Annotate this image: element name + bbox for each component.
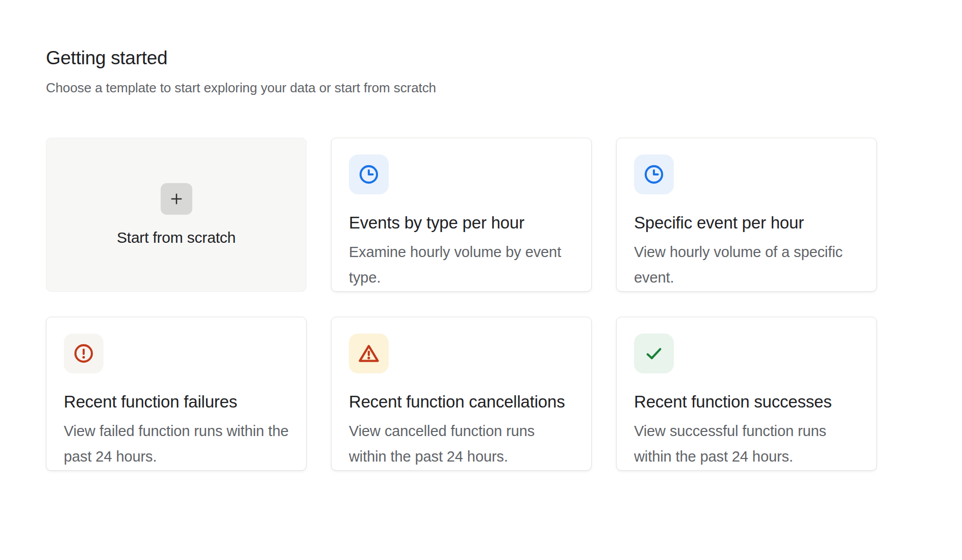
card-title: Events by type per hour (349, 213, 574, 233)
start-from-scratch-label: Start from scratch (117, 229, 236, 246)
check-icon (634, 334, 674, 373)
card-description: View successful function runs within the… (634, 418, 859, 470)
page-title: Getting started (46, 47, 962, 69)
card-description: View hourly volume of a specific event. (634, 239, 859, 291)
card-title: Recent function cancellations (349, 392, 574, 412)
template-card-grid: Start from scratch Events by type per ho… (46, 138, 962, 471)
card-description: View failed function runs within the pas… (64, 418, 289, 470)
alert-triangle-icon (349, 334, 389, 373)
card-start-from-scratch[interactable]: Start from scratch (46, 138, 307, 292)
card-events-by-type-per-hour[interactable]: Events by type per hour Examine hourly v… (331, 138, 592, 292)
page-subtitle: Choose a template to start exploring you… (46, 80, 962, 97)
card-title: Recent function successes (634, 392, 859, 412)
plus-icon (161, 183, 192, 215)
getting-started-page: Getting started Choose a template to sta… (0, 0, 962, 471)
card-recent-function-successes[interactable]: Recent function successes View successfu… (616, 317, 877, 471)
card-description: View cancelled function runs within the … (349, 418, 574, 470)
alert-circle-icon (64, 334, 104, 373)
card-specific-event-per-hour[interactable]: Specific event per hour View hourly volu… (616, 138, 877, 292)
card-title: Recent function failures (64, 392, 289, 412)
card-recent-function-cancellations[interactable]: Recent function cancellations View cance… (331, 317, 592, 471)
clock-icon (349, 155, 389, 194)
card-title: Specific event per hour (634, 213, 859, 233)
card-description: Examine hourly volume by event type. (349, 239, 574, 291)
clock-icon (634, 155, 674, 194)
card-recent-function-failures[interactable]: Recent function failures View failed fun… (46, 317, 307, 471)
